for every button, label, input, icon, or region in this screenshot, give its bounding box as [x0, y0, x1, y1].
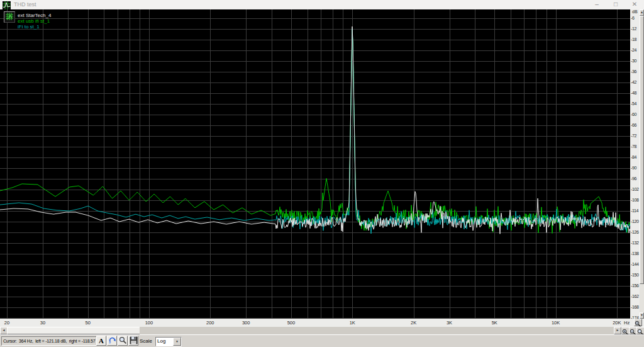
- horizontal-scroll-thumb[interactable]: [7, 327, 141, 334]
- freq-tick-label: 2K: [406, 320, 421, 326]
- titlebar[interactable]: THD test – □ ✕: [0, 0, 644, 10]
- freq-tick-label: 50: [80, 320, 96, 326]
- db-tick-label: -42: [631, 80, 636, 84]
- db-tick-label: -18: [631, 37, 636, 42]
- dropdown-arrow-icon[interactable]: ▼: [173, 338, 181, 346]
- cursor-readout: Cursor: 364 Hz, left = -121.18 dB, right…: [1, 336, 98, 346]
- freq-tick-label: 30: [35, 320, 50, 326]
- db-tick-label: -60: [631, 112, 636, 117]
- freq-tick-label: 100: [142, 320, 157, 326]
- minimize-button[interactable]: –: [589, 0, 605, 9]
- vertical-scrollbar[interactable]: ▲ ▼: [640, 9, 644, 319]
- freq-tick-label: 5K: [487, 320, 502, 326]
- magnifier-icon: [119, 336, 127, 344]
- scroll-right-button[interactable]: ►: [614, 327, 621, 334]
- zoom-axis-button[interactable]: [634, 319, 642, 326]
- close-button[interactable]: ✕: [626, 0, 643, 9]
- freq-tick-label: 10K: [548, 320, 564, 326]
- save-icon: [130, 336, 138, 344]
- scroll-up-button[interactable]: ▲: [640, 9, 644, 16]
- db-tick-label: -138: [631, 251, 638, 256]
- app-icon: [3, 1, 11, 9]
- hz-unit-label: Hz: [624, 320, 630, 326]
- refresh-icon: [108, 336, 116, 344]
- statusbar: Cursor: 364 Hz, left = -121.18 dB, right…: [0, 334, 644, 347]
- db-tick-label: -36: [631, 69, 636, 74]
- freq-tick-label: 20K: [609, 320, 625, 326]
- legend-item-1[interactable]: ext StarTech_4: [18, 13, 51, 18]
- freq-tick-label: 200: [203, 320, 218, 326]
- db-tick-label: -90: [631, 166, 636, 170]
- db-tick-label: -6: [631, 16, 634, 20]
- spectrum-canvas: [0, 9, 631, 319]
- series-ext-startech-4: [0, 26, 630, 234]
- vertical-scroll-thumb[interactable]: [640, 16, 644, 284]
- horizontal-scroll-track[interactable]: [140, 327, 614, 334]
- db-tick-label: -72: [631, 134, 636, 138]
- db-unit-label: dB: [632, 9, 638, 14]
- db-tick-label: -162: [631, 294, 638, 299]
- db-tick-label: -66: [631, 123, 636, 127]
- grid-icon: [6, 13, 13, 20]
- frequency-axis: Hz 2030501002003005001K2K3K5K10K20K: [0, 319, 644, 327]
- db-tick-label: -120: [631, 219, 638, 224]
- db-axis: dB -6-12-18-24-30-36-42-48-54-60-66-72-7…: [630, 9, 640, 319]
- db-tick-label: -168: [631, 305, 638, 309]
- db-tick-label: -114: [631, 208, 638, 213]
- freq-tick-label: 20: [0, 320, 14, 326]
- window-title: THD test: [14, 1, 36, 8]
- db-tick-label: -96: [631, 176, 636, 181]
- legend-item-2[interactable]: ext usb ifi st_1: [18, 18, 50, 24]
- db-tick-label: -108: [631, 198, 638, 202]
- scale-select[interactable]: Log ▼: [155, 337, 182, 346]
- zoom-window-button[interactable]: [636, 327, 644, 334]
- scale-selected-value: Log: [157, 338, 165, 344]
- db-tick-label: -126: [631, 230, 638, 234]
- refresh-button[interactable]: [107, 336, 117, 346]
- horizontal-scrollbar[interactable]: ◄ ►: [0, 327, 644, 334]
- db-tick-label: -54: [631, 101, 636, 106]
- db-tick-label: -78: [631, 144, 636, 149]
- maximize-button[interactable]: □: [608, 0, 624, 9]
- magnifier-button[interactable]: [118, 336, 128, 346]
- db-tick-label: -48: [631, 91, 636, 95]
- grid-toggle-button[interactable]: [4, 11, 15, 23]
- db-tick-label: -156: [631, 283, 638, 288]
- db-tick-label: -12: [631, 26, 636, 31]
- freq-tick-label: 3K: [442, 320, 457, 326]
- db-tick-label: -24: [631, 48, 636, 52]
- freq-tick-label: 1K: [345, 320, 360, 326]
- db-tick-label: -144: [631, 262, 638, 266]
- legend-item-3[interactable]: iFi to st_1: [18, 24, 40, 30]
- freq-tick-label: 300: [238, 320, 253, 326]
- series-ext-usb-ifi-st-1: [0, 29, 630, 233]
- save-button[interactable]: [128, 336, 138, 346]
- db-tick-label: -132: [631, 241, 638, 245]
- grid-lines: [0, 9, 631, 319]
- scale-label: Scale: [140, 338, 152, 344]
- spectrum-plot[interactable]: ext StarTech_4 ext usb ifi st_1 iFi to s…: [0, 9, 631, 319]
- db-tick-label: -84: [631, 155, 636, 159]
- db-tick-label: -102: [631, 187, 638, 191]
- freq-tick-label: 500: [284, 320, 299, 326]
- app-window: THD test – □ ✕ ext StarTech_4 ext usb if…: [0, 0, 644, 347]
- db-tick-label: -30: [631, 59, 636, 63]
- db-tick-label: -150: [631, 273, 638, 277]
- font-button[interactable]: A: [96, 336, 106, 346]
- scroll-down-button[interactable]: ▼: [640, 312, 644, 319]
- series-ifi-to-st-1: [0, 29, 630, 234]
- magnifier-plus-icon: [635, 321, 641, 327]
